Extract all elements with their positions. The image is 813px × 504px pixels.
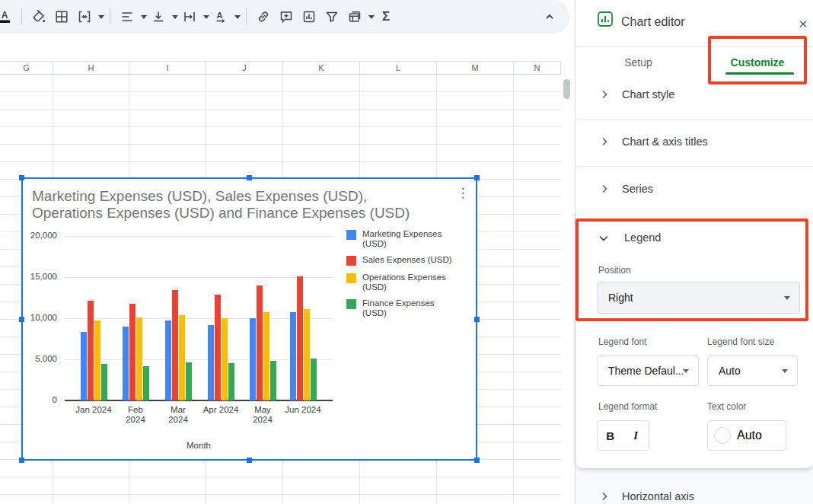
text-rotation-icon[interactable]: A <box>211 6 231 27</box>
vertical-align-dropdown-caret[interactable] <box>172 15 178 19</box>
svg-text:A: A <box>217 11 223 20</box>
svg-text:A: A <box>2 10 8 21</box>
horizontal-align-dropdown-caret[interactable] <box>141 15 147 19</box>
functions-icon[interactable]: Σ <box>376 6 396 27</box>
chart-handle-bottom-right[interactable] <box>474 458 480 463</box>
section-horizontal-axis[interactable]: Horizontal axis <box>575 478 813 504</box>
dropdown-caret-icon <box>782 369 788 373</box>
column-header-N[interactable]: N <box>514 62 561 74</box>
bold-button[interactable]: B <box>598 421 623 450</box>
bar-operations-mar-2024 <box>179 315 185 400</box>
grid-column-line <box>513 75 514 504</box>
legend-label: Marketing Expenses (USD) <box>362 229 460 248</box>
y-tick-label: 0 <box>23 395 57 404</box>
column-header-I[interactable]: I <box>129 62 206 74</box>
legend-font-size-value: Auto <box>719 365 782 377</box>
legend-font-value: Theme Defaul... <box>608 365 683 377</box>
x-tick-label: Apr 2024 <box>197 405 244 415</box>
x-tick-label: Jun 2024 <box>279 405 327 415</box>
chevron-right-icon <box>598 490 611 504</box>
chart-handle-top-right[interactable] <box>474 175 480 180</box>
legend-section-title[interactable]: Legend <box>624 231 661 244</box>
embedded-chart[interactable]: Marketing Expenses (USD), Sales Expenses… <box>21 177 477 461</box>
position-label: Position <box>598 265 631 276</box>
column-header-L[interactable]: L <box>360 62 437 74</box>
text-color-dropdown[interactable]: Auto <box>707 420 786 451</box>
insert-chart-icon[interactable] <box>299 6 319 27</box>
column-header-J[interactable]: J <box>206 62 283 74</box>
dropdown-caret-icon <box>784 296 790 300</box>
text-color-icon[interactable]: A <box>0 6 14 27</box>
chart-handle-top-mid[interactable] <box>247 175 252 180</box>
bar-operations-may-2024 <box>263 312 269 400</box>
vertical-scrollbar-thumb[interactable] <box>563 79 570 99</box>
legend-entry: Operations Expenses (USD) <box>346 273 468 292</box>
legend-format-label: Legend format <box>598 401 657 412</box>
close-icon[interactable]: ✕ <box>794 15 812 33</box>
bar-finance-jan-2024 <box>101 364 107 400</box>
chart-handle-top-left[interactable] <box>19 175 24 180</box>
y-tick-label: 5,000 <box>23 354 57 363</box>
chevron-down-icon[interactable] <box>597 231 611 248</box>
table-views-icon[interactable] <box>345 6 365 27</box>
text-wrap-dropdown-caret[interactable] <box>203 15 209 19</box>
bar-operations-jan-2024 <box>94 321 100 400</box>
borders-icon[interactable] <box>52 6 72 27</box>
merge-cells-icon[interactable] <box>75 6 94 27</box>
table-views-dropdown-caret[interactable] <box>368 15 375 19</box>
section-series[interactable]: Series <box>575 166 813 213</box>
column-header-H[interactable]: H <box>53 62 129 74</box>
chart-handle-mid-left[interactable] <box>19 317 24 322</box>
fill-color-icon[interactable] <box>29 6 49 27</box>
chart-handle-bottom-left[interactable] <box>19 458 24 463</box>
column-headers: GHIJKLMN <box>0 61 561 75</box>
insert-comment-icon[interactable] <box>276 6 296 27</box>
text-rotation-dropdown-caret[interactable] <box>234 15 241 19</box>
legend-position-value: Right <box>608 292 784 304</box>
chevron-right-icon <box>598 88 611 104</box>
panel-title: Chart editor <box>621 15 685 29</box>
bar-marketing-jan-2024 <box>81 332 87 400</box>
collapse-toolbar-icon[interactable] <box>539 6 560 27</box>
legend-position-dropdown[interactable]: Right <box>597 282 800 314</box>
insert-link-icon[interactable] <box>253 6 273 27</box>
bar-marketing-may-2024 <box>250 318 256 400</box>
section-chart-style[interactable]: Chart style <box>575 72 813 119</box>
text-wrap-icon[interactable] <box>180 6 199 27</box>
y-tick-label: 20,000 <box>23 231 57 240</box>
bar-sales-apr-2024 <box>215 295 221 400</box>
legend-label: Finance Expenses (USD) <box>362 298 460 317</box>
legend-font-dropdown[interactable]: Theme Defaul... <box>597 356 699 386</box>
vertical-align-icon[interactable] <box>148 6 168 27</box>
x-tick-label: Mar2024 <box>155 405 202 425</box>
column-header-K[interactable]: K <box>283 62 360 74</box>
bar-marketing-feb-2024 <box>123 327 129 400</box>
section-chart-axis-titles[interactable]: Chart & axis titles <box>575 119 813 166</box>
x-tick-label: Feb2024 <box>112 405 159 425</box>
column-header-G[interactable]: G <box>0 62 53 74</box>
vertical-scrollbar[interactable] <box>562 75 572 504</box>
toolbar-divider <box>110 8 110 25</box>
bar-sales-jun-2024 <box>297 276 303 400</box>
legend-font-size-dropdown[interactable]: Auto <box>707 356 798 386</box>
legend-entry: Sales Expenses (USD) <box>346 255 468 266</box>
chevron-right-icon <box>598 183 611 198</box>
bar-finance-apr-2024 <box>228 363 234 400</box>
chart-handle-mid-right[interactable] <box>474 317 480 322</box>
bar-marketing-jun-2024 <box>290 312 296 400</box>
horizontal-align-icon[interactable] <box>117 6 137 27</box>
merge-cells-dropdown-caret[interactable] <box>98 15 104 19</box>
section-label: Chart style <box>622 88 674 100</box>
legend-label: Operations Expenses (USD) <box>362 273 460 292</box>
legend-font-label: Legend font <box>598 337 646 347</box>
bar-sales-feb-2024 <box>129 304 136 400</box>
chart-editor-panel: Chart editor ✕ Setup Customize Chart sty… <box>575 0 813 504</box>
chevron-right-icon <box>598 136 611 151</box>
legend-swatch <box>346 299 356 309</box>
column-header-M[interactable]: M <box>437 62 514 74</box>
chart-editor-icon <box>597 11 614 30</box>
legend-entry: Finance Expenses (USD) <box>346 298 468 317</box>
create-filter-icon[interactable] <box>322 6 342 27</box>
italic-button[interactable]: I <box>623 421 649 450</box>
chart-handle-bottom-mid[interactable] <box>247 458 252 463</box>
